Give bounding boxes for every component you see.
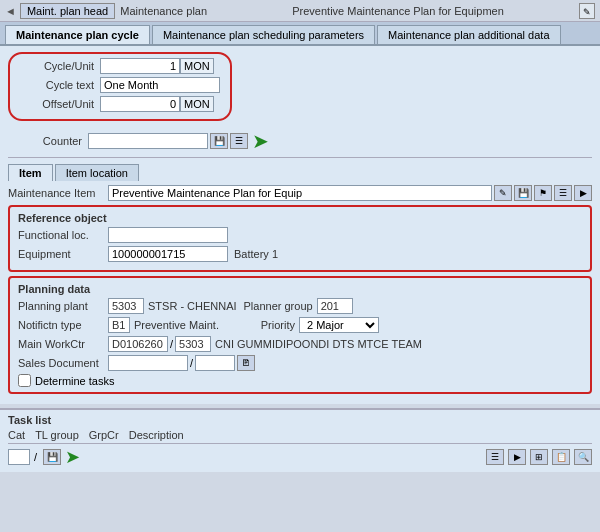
notifctn-desc: Preventive Maint. bbox=[134, 319, 219, 331]
maint-item-flag-btn[interactable]: ⚑ bbox=[534, 185, 552, 201]
notifctn-row: Notifictn type B1 Preventive Maint. Prio… bbox=[18, 317, 582, 333]
top-bar: ◄ Maint. plan head Maintenance plan Prev… bbox=[0, 0, 600, 22]
offset-row: Offset/Unit MON bbox=[20, 96, 220, 112]
task-btn-3[interactable]: ⊞ bbox=[530, 449, 548, 465]
tab-scheduling[interactable]: Maintenance plan scheduling parameters bbox=[152, 25, 375, 44]
planner-group-label: Planner group bbox=[237, 300, 317, 312]
edit-icon[interactable]: ✎ bbox=[579, 3, 595, 19]
sub-tab-item-location[interactable]: Item location bbox=[55, 164, 139, 181]
sales-doc-row: Sales Document / 🖹 bbox=[18, 355, 582, 371]
func-loc-input[interactable] bbox=[108, 227, 228, 243]
cycle-unit-input[interactable] bbox=[100, 58, 180, 74]
col-grpcr: GrpCr bbox=[89, 429, 119, 441]
main-wc-label: Main WorkCtr bbox=[18, 338, 108, 350]
col-desc: Description bbox=[129, 429, 184, 441]
priority-select[interactable]: 2 Major bbox=[299, 317, 379, 333]
tab-additional[interactable]: Maintenance plan additional data bbox=[377, 25, 560, 44]
maint-item-save-btn[interactable]: 💾 bbox=[514, 185, 532, 201]
task-btn-2[interactable]: ▶ bbox=[508, 449, 526, 465]
back-arrow-icon: ◄ bbox=[5, 5, 16, 17]
counter-row: Counter 💾 ☰ ➤ bbox=[8, 129, 592, 153]
equipment-label: Equipment bbox=[18, 248, 108, 260]
main-wc-desc: CNI GUMMIDIPOONDI DTS MTCE TEAM bbox=[215, 338, 422, 350]
counter-label: Counter bbox=[8, 135, 88, 147]
main-wc-value1: D0106260 bbox=[108, 336, 168, 352]
cycle-group: Cycle/Unit MON Cycle text Offset/Unit MO… bbox=[8, 52, 232, 121]
col-cat: Cat bbox=[8, 429, 25, 441]
col-tl-group: TL group bbox=[35, 429, 79, 441]
cycle-text-label: Cycle text bbox=[20, 79, 100, 91]
offset-unit: MON bbox=[180, 96, 214, 112]
task-action-btns: ☰ ▶ ⊞ 📋 🔍 bbox=[82, 449, 592, 465]
divider-1 bbox=[8, 157, 592, 158]
plant-row: Planning plant 5303 STSR - CHENNAI Plann… bbox=[18, 298, 582, 314]
cycle-unit-row: Cycle/Unit MON bbox=[20, 58, 220, 74]
counter-save-btn[interactable]: 💾 bbox=[210, 133, 228, 149]
sales-doc-input2[interactable] bbox=[195, 355, 235, 371]
task-green-arrow: ➤ bbox=[65, 446, 80, 468]
func-loc-label: Functional loc. bbox=[18, 229, 108, 241]
counter-list-btn[interactable]: ☰ bbox=[230, 133, 248, 149]
plant-desc: STSR - CHENNAI bbox=[148, 300, 237, 312]
task-btn-4[interactable]: 📋 bbox=[552, 449, 570, 465]
determine-tasks-label: Determine tasks bbox=[35, 375, 114, 387]
sales-doc-icon-btn[interactable]: 🖹 bbox=[237, 355, 255, 371]
maint-item-row: Maintenance Item Preventive Maintenance … bbox=[8, 185, 592, 201]
task-list-area: Task list Cat TL group GrpCr Description… bbox=[0, 408, 600, 472]
planning-data-box: Planning data Planning plant 5303 STSR -… bbox=[8, 276, 592, 394]
main-tabs: Maintenance plan cycle Maintenance plan … bbox=[0, 22, 600, 46]
notifctn-label: Notifictn type bbox=[18, 319, 108, 331]
content-area: Cycle/Unit MON Cycle text Offset/Unit MO… bbox=[0, 46, 600, 404]
task-save-btn[interactable]: 💾 bbox=[43, 449, 61, 465]
func-loc-row: Functional loc. bbox=[18, 227, 582, 243]
maint-item-arrow-btn[interactable]: ▶ bbox=[574, 185, 592, 201]
equipment-row: Equipment Battery 1 bbox=[18, 246, 582, 262]
task-data-row: / 💾 ➤ ☰ ▶ ⊞ 📋 🔍 bbox=[8, 446, 592, 468]
counter-input[interactable] bbox=[88, 133, 208, 149]
sub-tabs: Item Item location bbox=[8, 164, 592, 181]
plant-label: Planning plant bbox=[18, 300, 108, 312]
task-list-columns: Cat TL group GrpCr Description bbox=[8, 429, 592, 444]
maint-item-label: Maintenance Item bbox=[8, 187, 108, 199]
top-bar-value: Preventive Maintenance Plan for Equipmen bbox=[217, 5, 579, 17]
offset-label: Offset/Unit bbox=[20, 98, 100, 110]
cycle-unit-label: Cycle/Unit bbox=[20, 60, 100, 72]
cycle-unit-unit: MON bbox=[180, 58, 214, 74]
offset-input[interactable] bbox=[100, 96, 180, 112]
main-wc-row: Main WorkCtr D0106260 / 5303 CNI GUMMIDI… bbox=[18, 336, 582, 352]
sales-doc-label: Sales Document bbox=[18, 357, 108, 369]
cycle-text-row: Cycle text bbox=[20, 77, 220, 93]
priority-label: Priority bbox=[219, 319, 299, 331]
determine-tasks-checkbox[interactable] bbox=[18, 374, 31, 387]
notifctn-value: B1 bbox=[108, 317, 130, 333]
cycle-text-input[interactable] bbox=[100, 77, 220, 93]
task-btn-1[interactable]: ☰ bbox=[486, 449, 504, 465]
task-list-title: Task list bbox=[8, 414, 592, 426]
planning-data-title: Planning data bbox=[18, 283, 582, 295]
main-wc-value2: 5303 bbox=[175, 336, 211, 352]
plant-value: 5303 bbox=[108, 298, 144, 314]
ref-object-title: Reference object bbox=[18, 212, 582, 224]
task-cat-input[interactable] bbox=[8, 449, 30, 465]
sub-tab-item[interactable]: Item bbox=[8, 164, 53, 181]
tab-cycle[interactable]: Maintenance plan cycle bbox=[5, 25, 150, 44]
maint-item-list-btn[interactable]: ☰ bbox=[554, 185, 572, 201]
top-bar-label: Maintenance plan bbox=[120, 5, 207, 17]
maint-plan-head-button[interactable]: Maint. plan head bbox=[20, 3, 115, 19]
equipment-desc: Battery 1 bbox=[234, 248, 278, 260]
task-btn-5[interactable]: 🔍 bbox=[574, 449, 592, 465]
planner-group-value: 201 bbox=[317, 298, 353, 314]
counter-green-arrow: ➤ bbox=[252, 129, 269, 153]
ref-object-box: Reference object Functional loc. Equipme… bbox=[8, 205, 592, 272]
maint-item-edit-btn[interactable]: ✎ bbox=[494, 185, 512, 201]
determine-tasks-row: Determine tasks bbox=[18, 374, 582, 387]
maint-item-value: Preventive Maintenance Plan for Equip bbox=[108, 185, 492, 201]
equipment-input[interactable] bbox=[108, 246, 228, 262]
sales-doc-input1[interactable] bbox=[108, 355, 188, 371]
